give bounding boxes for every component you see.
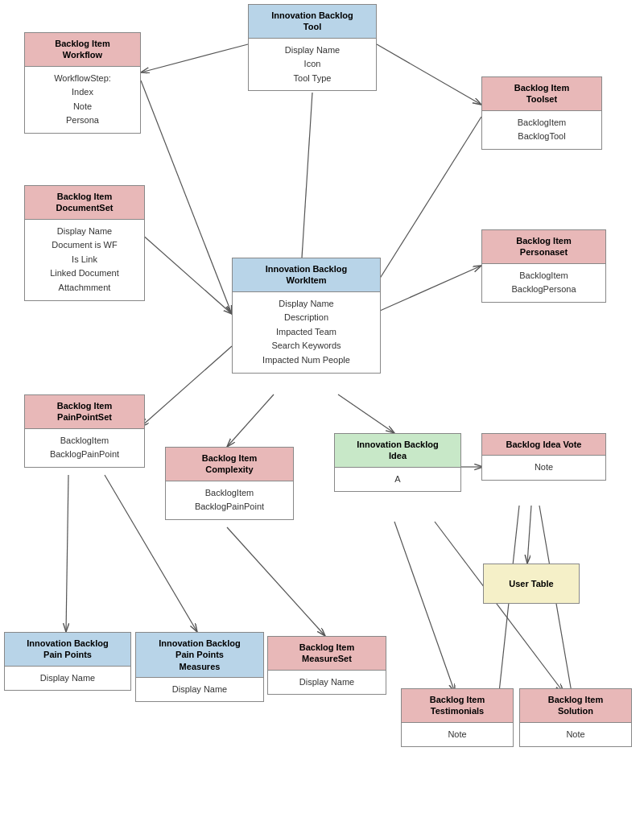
svg-line-17 — [66, 475, 68, 632]
svg-line-10 — [373, 266, 481, 314]
entity-backlog-item-testimonials: Backlog ItemTestimonials Note — [401, 688, 514, 747]
entity-body: BacklogItemBacklogPainPoint — [166, 481, 293, 519]
svg-line-12 — [141, 346, 232, 427]
entity-header: Backlog ItemComplexity — [166, 448, 293, 481]
svg-line-5 — [141, 44, 248, 72]
entity-body: BacklogItemBacklogTool — [482, 111, 601, 149]
entity-body: Display Name — [268, 671, 386, 695]
entity-innovation-backlog-idea: Innovation BacklogIdea A — [334, 433, 461, 492]
entity-backlog-item-solution: Backlog ItemSolution Note — [519, 688, 632, 747]
entity-body: Note — [482, 456, 605, 480]
entity-header: Innovation BacklogWorkItem — [233, 258, 380, 292]
entity-body: Display Name — [136, 678, 263, 702]
entity-innovation-backlog-pain-points-measures: Innovation BacklogPain PointsMeasures Di… — [135, 632, 264, 702]
entity-body: Note — [520, 723, 631, 747]
entity-user-table: User Table — [483, 564, 580, 604]
entity-title: User Table — [509, 579, 553, 588]
svg-line-13 — [227, 394, 274, 447]
svg-line-7 — [302, 93, 312, 258]
entity-body: Display NameDocument is WFIs LinkLinked … — [25, 220, 144, 300]
entity-header: Innovation BacklogTool — [249, 5, 376, 39]
entity-body: BacklogItemBacklogPainPoint — [25, 429, 144, 467]
entity-backlog-item-measureset: Backlog ItemMeasureSet Display Name — [267, 636, 386, 695]
entity-header: Backlog Idea Vote — [482, 434, 605, 456]
entity-header: Backlog ItemPainPointSet — [25, 395, 144, 429]
entity-header: Innovation BacklogPain PointsMeasures — [136, 633, 263, 678]
entity-header: Backlog ItemMeasureSet — [268, 637, 386, 671]
entity-header: Backlog ItemSolution — [520, 689, 631, 723]
entity-header: Innovation BacklogPain Points — [5, 633, 130, 667]
entity-innovation-backlog-pain-points: Innovation BacklogPain Points Display Na… — [4, 632, 131, 691]
entity-body: Display NameIconTool Type — [249, 39, 376, 91]
svg-line-14 — [338, 394, 394, 433]
entity-header: Backlog ItemWorkflow — [25, 33, 140, 67]
entity-backlog-item-toolset: Backlog ItemToolset BacklogItemBacklogTo… — [481, 76, 602, 150]
entity-body: A — [335, 468, 460, 492]
entity-backlog-item-complexity: Backlog ItemComplexity BacklogItemBacklo… — [165, 447, 294, 520]
diagram-container: Innovation BacklogTool Display NameIconT… — [0, 0, 644, 834]
entity-body: Display Name — [5, 667, 130, 691]
svg-line-6 — [377, 44, 481, 105]
entity-header: Backlog ItemToolset — [482, 77, 601, 111]
svg-line-21 — [435, 522, 564, 692]
entity-backlog-item-personaset: Backlog ItemPersonaset BacklogItemBacklo… — [481, 229, 606, 303]
entity-header: Backlog ItemTestimonials — [402, 689, 513, 723]
entity-body: Display NameDescriptionImpacted TeamSear… — [233, 292, 380, 373]
entity-innovation-backlog-workitem: Innovation BacklogWorkItem Display NameD… — [232, 258, 381, 374]
svg-line-11 — [373, 117, 481, 290]
entity-body: Note — [402, 723, 513, 747]
svg-line-16 — [527, 506, 531, 564]
entity-header: Innovation BacklogIdea — [335, 434, 460, 468]
entity-body: BacklogItemBacklogPersona — [482, 264, 605, 302]
entity-innovation-backlog-tool: Innovation BacklogTool Display NameIconT… — [248, 4, 377, 91]
entity-header: Backlog ItemPersonaset — [482, 230, 605, 264]
entity-backlog-item-workflow: Backlog ItemWorkflow WorkflowStep:IndexN… — [24, 32, 141, 134]
entity-backlog-idea-vote: Backlog Idea Vote Note — [481, 433, 606, 481]
entity-backlog-item-documentset: Backlog ItemDocumentSet Display NameDocu… — [24, 185, 145, 301]
svg-line-19 — [227, 527, 325, 636]
entity-header: Backlog ItemDocumentSet — [25, 186, 144, 220]
entity-backlog-item-painpointset: Backlog ItemPainPointSet BacklogItemBack… — [24, 394, 145, 468]
entity-body: WorkflowStep:IndexNotePersona — [25, 67, 140, 133]
svg-line-8 — [141, 81, 232, 314]
svg-line-20 — [394, 522, 455, 692]
svg-line-9 — [141, 233, 232, 314]
